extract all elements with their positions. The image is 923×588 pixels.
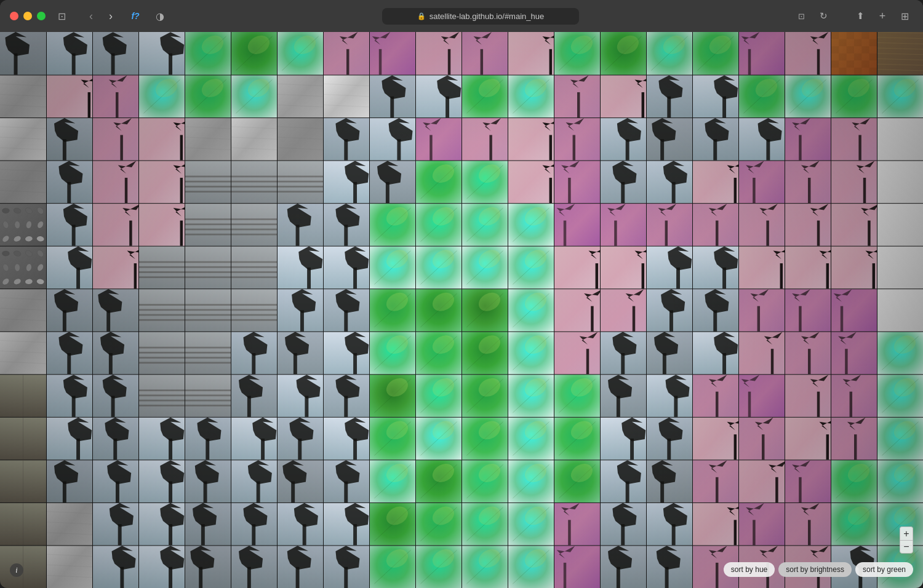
forward-icon: › [109, 10, 113, 23]
share-button[interactable]: ⬆ [852, 7, 869, 25]
bottom-controls: sort by hue sort by brightness sort by g… [724, 562, 913, 577]
nav-buttons: ‹ › [82, 7, 119, 25]
new-tab-button[interactable]: + [874, 7, 891, 25]
zoom-controls: + − [900, 526, 913, 554]
content-area: + − sort by hue sort by brightness sort … [0, 32, 923, 588]
back-button[interactable]: ‹ [82, 7, 100, 25]
sort-by-hue-button[interactable]: sort by hue [724, 562, 775, 577]
fx-icon: f? [131, 11, 139, 21]
sidebar-icon: ⊡ [58, 10, 66, 22]
toolbar-right: ⊡ ↻ ⬆ + ⊞ [793, 7, 913, 25]
close-button[interactable] [10, 12, 18, 20]
share-icon: ⬆ [857, 10, 865, 22]
url-text: satellite-lab.github.io/#main_hue [430, 12, 544, 21]
tab-grid-icon: ⊞ [901, 10, 909, 22]
forward-button[interactable]: › [102, 7, 119, 25]
minimize-button[interactable] [23, 12, 32, 20]
sort-by-green-button[interactable]: sort by green [855, 562, 913, 577]
reader-view-button[interactable]: ⊡ [793, 7, 810, 25]
shield-icon: ◑ [156, 10, 164, 22]
address-bar-container: 🔒 satellite-lab.github.io/#main_hue [176, 8, 785, 25]
address-bar[interactable]: 🔒 satellite-lab.github.io/#main_hue [382, 8, 579, 25]
traffic-lights [10, 12, 46, 20]
plus-icon: + [879, 10, 886, 23]
zoom-out-button[interactable]: − [900, 540, 913, 554]
tab-grid-button[interactable]: ⊞ [896, 7, 913, 25]
sort-buttons: sort by hue sort by brightness sort by g… [724, 562, 913, 577]
mosaic-container[interactable] [0, 32, 923, 588]
zoom-in-button[interactable]: + [900, 526, 913, 540]
sidebar-toggle-button[interactable]: ⊡ [53, 7, 70, 25]
shield-button[interactable]: ◑ [151, 7, 169, 25]
browser-window: ⊡ ‹ › f? ◑ 🔒 satellite-lab.github.io/#ma… [0, 0, 923, 588]
fx-button[interactable]: f? [127, 7, 144, 25]
sort-by-brightness-button[interactable]: sort by brightness [778, 562, 852, 577]
reload-icon: ↻ [820, 10, 828, 22]
title-bar: ⊡ ‹ › f? ◑ 🔒 satellite-lab.github.io/#ma… [0, 0, 923, 32]
lock-icon: 🔒 [417, 12, 426, 20]
reload-button[interactable]: ↻ [815, 7, 832, 25]
maximize-button[interactable] [37, 12, 46, 20]
info-button[interactable]: i [10, 563, 23, 577]
back-icon: ‹ [89, 10, 93, 23]
reader-icon: ⊡ [798, 12, 805, 21]
